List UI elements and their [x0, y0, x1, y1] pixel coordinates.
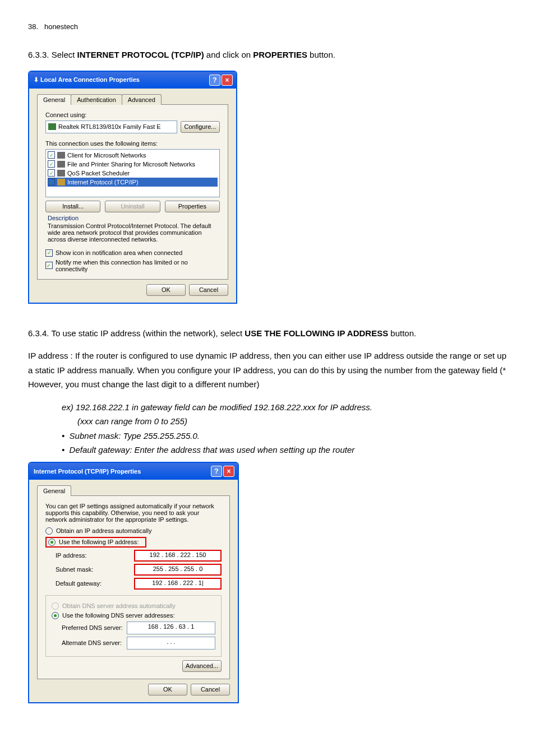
checkbox-icon[interactable]: ✓: [45, 249, 53, 257]
checkbox-icon[interactable]: ✓: [48, 169, 55, 177]
adapter-field: Realtek RTL8139/810x Family Fast E: [45, 120, 177, 133]
nic-icon: [48, 123, 56, 130]
obtain-dns-auto-radio: Obtain DNS server address automatically: [52, 602, 215, 610]
ip-address-label: IP address:: [56, 552, 86, 559]
tab-authentication[interactable]: Authentication: [71, 94, 122, 105]
tab-general[interactable]: General: [37, 485, 71, 496]
service-icon: [57, 170, 65, 177]
dialog-title: Internet Protocol (TCP/IP) Properties: [34, 468, 141, 475]
tab-advanced[interactable]: Advanced: [122, 94, 162, 105]
client-icon: [57, 152, 65, 159]
page-company: honestech: [44, 22, 78, 31]
alternate-dns-label: Alternate DNS server:: [62, 639, 122, 646]
page-num: 38.: [28, 22, 38, 31]
titlebar: ⬇ Local Area Connection Properties ? ×: [29, 72, 236, 89]
list-item: ✓File and Printer Sharing for Microsoft …: [48, 160, 218, 169]
tab-general[interactable]: General: [37, 94, 71, 105]
checkbox-icon[interactable]: ✓: [48, 160, 55, 168]
intro-text: You can get IP settings assigned automat…: [45, 503, 222, 523]
description-text: Transmission Control Protocol/Internet P…: [48, 222, 218, 243]
close-icon[interactable]: ×: [222, 75, 233, 86]
preferred-dns-label: Preferred DNS server:: [62, 624, 123, 631]
list-item: ✓Client for Microsoft Networks: [48, 151, 218, 160]
example-list: ex) 192.168.222.1 in gateway field can b…: [62, 400, 507, 457]
help-icon[interactable]: ?: [209, 75, 220, 86]
dialog-title: Local Area Connection Properties: [40, 76, 140, 83]
cancel-button[interactable]: Cancel: [191, 684, 230, 695]
alternate-dns-input[interactable]: . . .: [127, 637, 215, 650]
help-icon[interactable]: ?: [211, 466, 222, 477]
protocol-icon: [57, 179, 65, 185]
subnet-mask-input[interactable]: 255 . 255 . 255 . 0: [134, 564, 222, 576]
uninstall-button: Uninstall: [105, 201, 160, 212]
page-header: 38. honestech: [28, 22, 507, 31]
checkbox-icon[interactable]: ✓: [45, 262, 53, 269]
default-gateway-label: Default gateway:: [56, 580, 102, 587]
use-following-radio[interactable]: Use the following IP address:: [45, 537, 146, 548]
connect-using-label: Connect using:: [45, 112, 220, 118]
obtain-auto-radio[interactable]: Obtain an IP address automatically: [45, 527, 222, 535]
use-dns-radio[interactable]: Use the following DNS server addresses:: [52, 612, 215, 619]
configure-button[interactable]: Configure...: [181, 121, 220, 133]
close-icon[interactable]: ×: [223, 466, 234, 477]
show-icon-label: Show icon in notification area when conn…: [56, 249, 182, 256]
service-icon: [57, 161, 65, 168]
ip-address-input[interactable]: 192 . 168 . 222 . 150: [134, 550, 222, 562]
default-gateway-input[interactable]: 192 . 168 . 222 . 1|: [134, 578, 222, 590]
adapter-text: Realtek RTL8139/810x Family Fast E: [58, 123, 161, 130]
section-6-3-4-heading: 6.3.4. To use static IP address (within …: [28, 326, 507, 341]
checkbox-icon[interactable]: ✓: [48, 178, 55, 185]
components-listbox[interactable]: ✓Client for Microsoft Networks ✓File and…: [45, 149, 220, 197]
install-button[interactable]: Install...: [45, 201, 100, 212]
list-item-selected: ✓Internet Protocol (TCP/IP): [48, 178, 218, 187]
titlebar: Internet Protocol (TCP/IP) Properties ? …: [29, 463, 238, 480]
section-6-3-3: 6.3.3. Select INTERNET PROTOCOL (TCP/IP)…: [28, 48, 507, 62]
ok-button[interactable]: OK: [146, 284, 186, 296]
tcpip-properties-dialog: Internet Protocol (TCP/IP) Properties ? …: [28, 462, 239, 703]
items-label: This connection uses the following items…: [45, 140, 220, 147]
checkbox-icon[interactable]: ✓: [48, 151, 55, 159]
down-arrow-icon: ⬇: [34, 76, 39, 83]
subnet-mask-label: Subnet mask:: [56, 566, 93, 573]
properties-button[interactable]: Properties: [165, 201, 220, 212]
cancel-button[interactable]: Cancel: [189, 284, 228, 296]
section-6-3-4-body: IP address : If the router is configured…: [28, 349, 507, 392]
ok-button[interactable]: OK: [148, 684, 187, 695]
list-item: ✓QoS Packet Scheduler: [48, 169, 218, 178]
preferred-dns-input[interactable]: 168 . 126 . 63 . 1: [127, 622, 215, 634]
lan-properties-dialog: ⬇ Local Area Connection Properties ? × G…: [28, 71, 237, 304]
advanced-button[interactable]: Advanced...: [182, 660, 222, 672]
description-label: Description: [48, 215, 218, 221]
notify-label: Notify me when this connection has limit…: [56, 259, 220, 272]
